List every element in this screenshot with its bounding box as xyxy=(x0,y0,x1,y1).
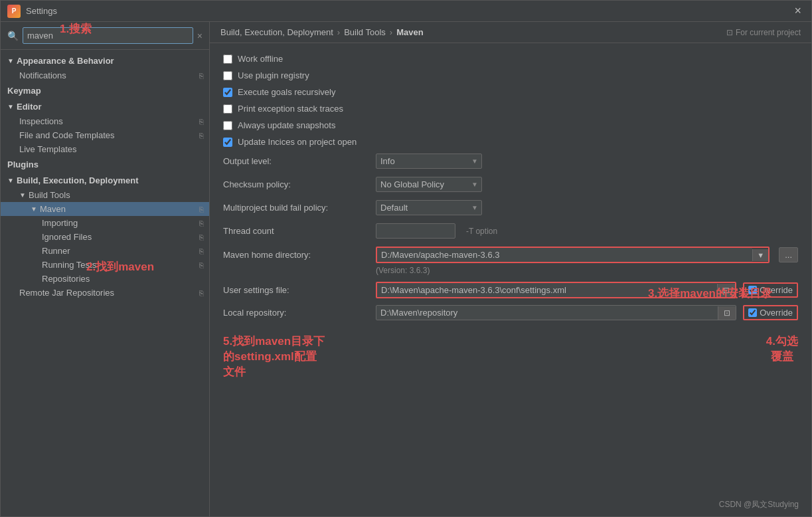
sidebar-section-build: ▼ Build, Execution, Deployment ▼ Build T… xyxy=(1,173,209,300)
sidebar-item-build[interactable]: ▼ Build, Execution, Deployment xyxy=(1,173,209,188)
checksum-policy-select[interactable]: No Global Policy Warn Fail xyxy=(376,177,482,192)
thread-count-input[interactable] xyxy=(376,223,455,239)
breadcrumb-sep2: › xyxy=(390,27,392,37)
sidebar-item-maven[interactable]: ▼ Maven ⎘ xyxy=(1,202,209,216)
output-level-select[interactable]: Info Debug Error Warning xyxy=(376,154,482,169)
sidebar-item-label: Importing xyxy=(42,218,199,228)
checkbox-print-exception[interactable] xyxy=(223,104,232,114)
sidebar-item-runner[interactable]: Runner ⎘ xyxy=(1,244,209,258)
sidebar-item-appearance[interactable]: ▼ Appearance & Behavior xyxy=(1,53,209,68)
output-level-dropdown-wrapper: Info Debug Error Warning ▼ xyxy=(376,154,482,169)
app-icon: P xyxy=(7,5,21,18)
checkbox-work-offline[interactable] xyxy=(223,54,232,64)
breadcrumb-current: Maven xyxy=(396,27,423,37)
sidebar-item-label: Plugins xyxy=(7,159,204,169)
checkbox-work-offline-label: Work offline xyxy=(238,54,283,64)
sidebar-item-label: Notifications xyxy=(19,70,199,80)
window-title: Settings xyxy=(26,6,791,16)
search-icon: 🔍 xyxy=(7,31,19,41)
local-repo-input-wrapper: ⊡ xyxy=(376,305,736,320)
sidebar-item-label: Ignored Files xyxy=(42,232,199,242)
sidebar-section-appearance: ▼ Appearance & Behavior Notifications ⎘ xyxy=(1,53,209,82)
multiproject-select[interactable]: Default Never At End Immediately xyxy=(376,200,482,215)
checkbox-execute-goals-row: Execute goals recursively xyxy=(223,87,798,97)
user-settings-browse-button[interactable]: ⊡ xyxy=(717,284,735,297)
local-repo-input[interactable] xyxy=(376,306,718,320)
page-icon: ⎘ xyxy=(199,219,204,227)
sidebar-item-notifications[interactable]: Notifications ⎘ xyxy=(1,68,209,82)
csdn-watermark: CSDN @凤文Studying xyxy=(719,499,799,510)
sidebar-item-label: Editor xyxy=(17,102,204,112)
user-settings-label: User settings file: xyxy=(223,285,369,295)
for-current-project-label: For current project xyxy=(736,28,801,37)
user-settings-row: User settings file: ⊡ Override xyxy=(223,282,798,298)
sidebar-item-running-tests[interactable]: Running Tests ⎘ xyxy=(1,258,209,272)
checkbox-use-plugin-row: Use plugin registry xyxy=(223,70,798,80)
maven-home-browse-button[interactable]: ... xyxy=(779,247,798,262)
breadcrumb: Build, Execution, Deployment › Build Too… xyxy=(210,22,811,43)
sidebar-item-inspections[interactable]: Inspections ⎘ xyxy=(1,114,209,128)
sidebar-item-remote-jar[interactable]: Remote Jar Repositories ⎘ xyxy=(1,286,209,300)
sidebar-item-label: Build Tools xyxy=(29,190,204,200)
sidebar-item-label: Build, Execution, Deployment xyxy=(17,175,204,185)
maven-version-text: (Version: 3.6.3) xyxy=(376,266,798,275)
search-clear-button[interactable]: × xyxy=(197,31,203,41)
settings-panel: Work offline Use plugin registry Execute… xyxy=(210,43,811,516)
annotation-5-text: 5.找到maven目录下 的setting.xml配置 文件 xyxy=(223,335,325,378)
sidebar-item-ignored-files[interactable]: Ignored Files ⎘ xyxy=(1,230,209,244)
output-level-label: Output level: xyxy=(223,156,369,166)
local-repo-browse-button[interactable]: ⊡ xyxy=(718,306,736,320)
page-icon: ⎘ xyxy=(199,118,204,126)
page-icon: ⎘ xyxy=(199,132,204,140)
checkbox-update-indices[interactable] xyxy=(223,138,232,147)
t-option-label: -T option xyxy=(466,227,497,236)
checkbox-use-plugin[interactable] xyxy=(223,71,232,80)
local-repo-override-checkbox[interactable] xyxy=(748,308,757,317)
checkbox-always-update-row: Always update snapshots xyxy=(223,120,798,130)
sidebar-item-keymap[interactable]: Keymap xyxy=(1,84,209,98)
sidebar-tree: ▼ Appearance & Behavior Notifications ⎘ … xyxy=(1,50,209,516)
checkbox-execute-goals-label: Execute goals recursively xyxy=(238,87,335,97)
checkbox-always-update[interactable] xyxy=(223,121,232,130)
sidebar-item-editor[interactable]: ▼ Editor xyxy=(1,99,209,114)
user-settings-override-label: Override xyxy=(760,285,793,295)
maven-home-dropdown-button[interactable]: ▼ xyxy=(752,249,768,261)
annotation-4-text: 4.勾选 覆盖 xyxy=(766,335,798,363)
sidebar-item-label: Live Templates xyxy=(19,144,204,154)
checkbox-use-plugin-label: Use plugin registry xyxy=(238,70,309,80)
title-bar: P Settings × xyxy=(1,1,811,22)
sidebar-item-importing[interactable]: Importing ⎘ xyxy=(1,216,209,230)
local-repo-label: Local repository: xyxy=(223,308,369,318)
close-button[interactable]: × xyxy=(791,4,805,18)
sidebar-item-live-templates[interactable]: Live Templates xyxy=(1,142,209,156)
annotations-area: 5.找到maven目录下 的setting.xml配置 文件 4.勾选 覆盖 xyxy=(223,334,798,379)
checkbox-execute-goals[interactable] xyxy=(223,88,232,97)
user-settings-override-checkbox[interactable] xyxy=(748,286,757,294)
project-icon: ⊡ xyxy=(726,28,733,37)
arrow-icon: ▼ xyxy=(7,103,14,110)
checkbox-print-exception-label: Print exception stack traces xyxy=(238,104,343,114)
multiproject-dropdown-wrapper: Default Never At End Immediately ▼ xyxy=(376,200,482,215)
sidebar-item-label: Keymap xyxy=(7,86,204,96)
sidebar-item-label: File and Code Templates xyxy=(19,130,199,140)
for-current-project: ⊡ For current project xyxy=(726,28,801,37)
sidebar-item-build-tools[interactable]: ▼ Build Tools xyxy=(1,188,209,202)
checkbox-work-offline-row: Work offline xyxy=(223,54,798,64)
user-settings-input-wrapper: ⊡ xyxy=(376,282,736,298)
search-input[interactable] xyxy=(23,27,193,44)
sidebar-item-label: Inspections xyxy=(19,116,199,126)
user-settings-input[interactable] xyxy=(377,283,717,297)
checkbox-update-indices-row: Update Incices on project open xyxy=(223,137,798,147)
sidebar-item-plugins[interactable]: Plugins xyxy=(1,157,209,171)
sidebar-item-label: Maven xyxy=(40,204,199,214)
multiproject-row: Multiproject build fail policy: Default … xyxy=(223,200,798,215)
checkbox-print-exception-row: Print exception stack traces xyxy=(223,104,798,114)
sidebar-item-file-code-templates[interactable]: File and Code Templates ⎘ xyxy=(1,128,209,142)
arrow-icon: ▼ xyxy=(7,57,14,64)
maven-home-input[interactable] xyxy=(377,248,752,262)
sidebar-item-repositories[interactable]: Repositories xyxy=(1,272,209,286)
breadcrumb-part1: Build, Execution, Deployment xyxy=(220,27,333,37)
page-icon: ⎘ xyxy=(199,233,204,241)
thread-count-row: Thread count -T option xyxy=(223,223,798,239)
page-icon: ⎘ xyxy=(199,247,204,255)
